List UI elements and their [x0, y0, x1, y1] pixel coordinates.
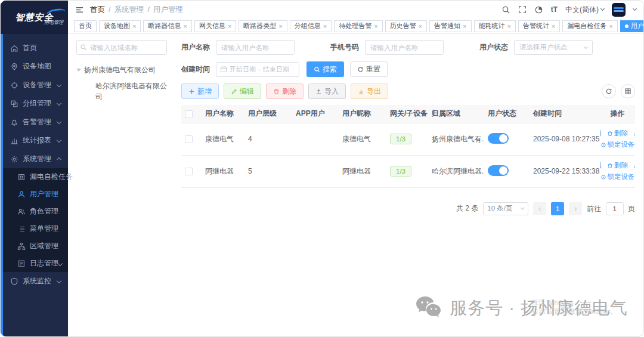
- hamburger-icon[interactable]: [75, 5, 84, 14]
- chevron-down-icon[interactable]: [633, 7, 637, 11]
- edit-link[interactable]: 编辑: [600, 129, 602, 138]
- chevron-down-icon: [57, 101, 61, 106]
- tab-leakage-task[interactable]: 漏电自检任务: [562, 20, 617, 32]
- avatar[interactable]: [612, 3, 626, 17]
- close-icon[interactable]: [228, 23, 231, 30]
- breadcrumb-section[interactable]: 系统管理: [114, 5, 144, 15]
- row-checkbox[interactable]: [185, 135, 193, 143]
- breadcrumb-home[interactable]: 首页: [90, 5, 105, 15]
- tab-gateway-info[interactable]: 网关信息: [194, 20, 236, 32]
- edit-button[interactable]: 编辑: [224, 84, 261, 99]
- close-icon[interactable]: [609, 23, 612, 30]
- sidebar-item-home[interactable]: 首页: [1, 39, 68, 57]
- sidebar-item-system-monitor[interactable]: 系统监控: [1, 272, 68, 290]
- search-icon: [314, 66, 320, 73]
- cell-app-user: [292, 123, 339, 155]
- close-icon[interactable]: [278, 23, 282, 30]
- navbar-actions: tT 中文(简体): [501, 3, 636, 17]
- close-icon[interactable]: [374, 23, 377, 30]
- edit-link[interactable]: 编辑: [600, 161, 602, 170]
- sidebar-item-area-management[interactable]: 区域管理: [1, 237, 68, 255]
- column-settings-button[interactable]: [621, 84, 635, 98]
- delete-button[interactable]: 删除: [266, 84, 304, 99]
- close-icon[interactable]: [419, 23, 422, 30]
- lock-device-link[interactable]: 锁定设备: [600, 140, 635, 149]
- sidebar-item-alarm-management[interactable]: 告警管理: [1, 113, 68, 131]
- caret-down-icon[interactable]: [76, 69, 81, 72]
- tab-device-map[interactable]: 设备地图: [99, 20, 141, 32]
- page-number-button[interactable]: 1: [551, 202, 564, 215]
- sidebar-item-log-management[interactable]: 日志管理: [1, 255, 68, 272]
- refresh-table-button[interactable]: [602, 84, 616, 98]
- close-icon[interactable]: [507, 23, 511, 30]
- close-icon[interactable]: [323, 23, 327, 30]
- font-size-icon[interactable]: tT: [551, 5, 558, 14]
- status-toggle[interactable]: [488, 133, 509, 144]
- phone-input[interactable]: [365, 40, 444, 55]
- tab-breaker-type[interactable]: 断路器类型: [239, 20, 287, 32]
- sidebar-item-user-management[interactable]: 用户管理: [1, 185, 68, 203]
- tree-node-child[interactable]: 哈尔滨阿继电器有限公司: [76, 81, 167, 102]
- search-button[interactable]: 搜索: [306, 61, 344, 77]
- tree-node-root[interactable]: 扬州康德电气有限公司: [76, 64, 167, 75]
- page-size-select[interactable]: 10 条/页: [483, 202, 528, 215]
- tab-user-management[interactable]: 用户管理: [620, 20, 643, 32]
- chevron-down-icon: [57, 138, 61, 143]
- search-icon[interactable]: [501, 5, 510, 14]
- tab-label: 告警统计: [523, 21, 549, 30]
- row-checkbox[interactable]: [185, 168, 193, 175]
- tab-energy-stats[interactable]: 能耗统计: [474, 20, 516, 32]
- close-icon[interactable]: [183, 23, 187, 30]
- prev-page-button[interactable]: ‹: [533, 202, 546, 215]
- tab-breaker-info[interactable]: 断路器信息: [143, 20, 191, 32]
- fullscreen-icon[interactable]: [518, 5, 527, 14]
- delete-link[interactable]: 删除: [607, 161, 628, 170]
- lock-device-link[interactable]: 锁定设备: [600, 172, 635, 181]
- date-range-picker[interactable]: 开始日期 - 结束日期: [216, 62, 299, 77]
- export-button[interactable]: 导出: [351, 84, 388, 99]
- goto-page-input[interactable]: [606, 202, 624, 215]
- status-toggle[interactable]: [488, 165, 509, 176]
- sidebar-item-system-management[interactable]: 系统管理: [1, 150, 68, 168]
- sidebar-item-role-management[interactable]: 角色管理: [1, 203, 68, 220]
- sidebar-item-menu-management[interactable]: 菜单管理: [1, 220, 68, 237]
- sidebar-item-device-management[interactable]: 设备管理: [1, 76, 68, 94]
- close-icon[interactable]: [463, 23, 466, 30]
- user-table: 用户名称 用户层级 APP用户 用户昵称 网关/子设备 归属区域 用户状态 创建…: [181, 105, 635, 188]
- language-selector[interactable]: 中文(简体): [565, 5, 604, 15]
- lock-link-label: 锁定设备: [608, 172, 635, 181]
- status-select[interactable]: 请选择用户状态: [514, 40, 593, 55]
- add-button[interactable]: 新增: [181, 84, 219, 99]
- sidebar-item-label: 用户管理: [30, 189, 58, 199]
- table-row: 康德电气 4 康德电气 1/3 扬州康德电气有... 2025-09-08 10…: [181, 123, 635, 155]
- sidebar-item-leakage-selfcheck-task[interactable]: 漏电自检任务: [1, 168, 68, 185]
- select-all-checkbox[interactable]: [185, 110, 193, 118]
- gateway-badge[interactable]: 1/3: [390, 166, 411, 177]
- filter-row-1: 用户名称 手机号码 用户状态 请选择用户状态: [181, 40, 635, 55]
- tab-label: 网关信息: [199, 21, 225, 30]
- area-search-input[interactable]: [76, 40, 167, 55]
- sidebar-item-device-map[interactable]: 设备地图: [1, 57, 68, 76]
- breadcrumb-separator: /: [109, 5, 110, 14]
- sidebar-item-group-management[interactable]: 分组管理: [1, 94, 68, 113]
- theme-icon[interactable]: [534, 5, 543, 14]
- import-button[interactable]: 导入: [308, 84, 346, 99]
- next-page-button[interactable]: ›: [569, 202, 582, 215]
- tab-group-info[interactable]: 分组信息: [290, 20, 332, 32]
- gateway-badge[interactable]: 1/3: [390, 134, 411, 144]
- close-icon[interactable]: [552, 23, 555, 30]
- close-icon[interactable]: [132, 23, 136, 30]
- tab-alarm-notice[interactable]: 告警通知: [429, 20, 471, 32]
- tab-label: 历史告警: [390, 21, 416, 30]
- tab-home[interactable]: 首页: [74, 20, 97, 32]
- tab-pending-alarm[interactable]: 待处理告警: [334, 20, 382, 32]
- tab-alarm-stats[interactable]: 告警统计: [518, 20, 560, 32]
- sidebar-item-statistics-report[interactable]: 统计报表: [1, 131, 68, 150]
- reset-button[interactable]: 重置: [350, 61, 388, 77]
- reset-password-link[interactable]: 重置: [633, 161, 635, 170]
- tab-label: 待处理告警: [339, 21, 371, 30]
- reset-password-link[interactable]: 重置: [633, 129, 635, 138]
- delete-link[interactable]: 删除: [607, 129, 628, 138]
- username-input[interactable]: [216, 40, 295, 55]
- tab-history-alarm[interactable]: 历史告警: [385, 20, 427, 32]
